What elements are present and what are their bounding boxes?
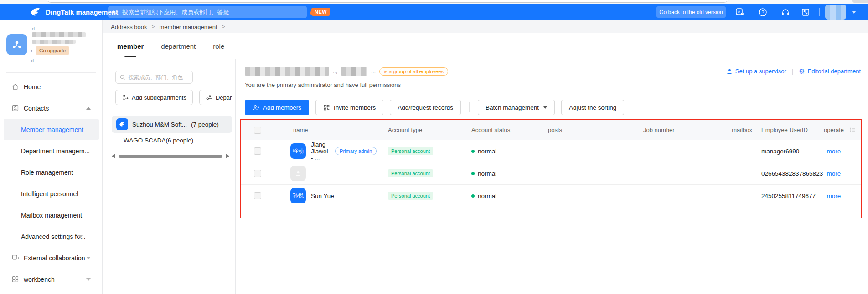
table-row[interactable]: 孙悦 Sun Yue Personal account normal 24502… — [241, 185, 861, 207]
row-checkbox[interactable] — [254, 170, 261, 177]
more-link[interactable]: more — [827, 193, 841, 199]
sidebar-item-role-management[interactable]: Role management — [0, 162, 103, 183]
org-add-icon — [122, 94, 129, 101]
editorial-department-link[interactable]: ⚙ Editorial department — [799, 68, 861, 75]
account-caret-down-icon[interactable] — [852, 11, 856, 14]
col-header-employee-userid[interactable]: Employee UserID — [755, 127, 823, 133]
gear-icon: ⚙ — [799, 68, 805, 75]
sidebar-item-label: External collaboration — [24, 254, 85, 262]
content-panel: member department role — [103, 33, 868, 294]
add-request-records-button[interactable]: Add/request records — [390, 100, 461, 115]
member-table-highlight-box: name Account type Account status posts J… — [240, 119, 862, 218]
org-header-row: .., ... is a group of all employees — [245, 67, 448, 76]
sidebar-item-label: Role management — [21, 169, 73, 176]
fullscreen-icon[interactable] — [801, 7, 811, 17]
sidebar-item-department-management[interactable]: Department managem... — [0, 140, 103, 162]
sidebar-item-external-collaboration[interactable]: External collaboration — [0, 247, 103, 269]
batch-management-button[interactable]: Batch management — [478, 100, 555, 115]
breadcrumb-separator: > — [152, 24, 155, 30]
tree-horizontal-scrollbar[interactable] — [112, 153, 229, 159]
sidebar-item-mailbox-management[interactable]: Mailbox management — [0, 204, 103, 226]
col-header-job-number[interactable]: Job number — [630, 127, 709, 133]
links-divider: | — [792, 68, 793, 75]
scroll-left-icon[interactable] — [112, 154, 115, 158]
workbench-icon — [11, 275, 19, 284]
tab-bar: member department role — [103, 33, 224, 59]
adjust-sorting-label: Adjust the sorting — [569, 104, 616, 111]
sidebar-item-intelligent-personnel[interactable]: Intelligent personnel — [0, 183, 103, 204]
tree-search[interactable] — [115, 71, 193, 84]
sidebar-item-label: Intelligent personnel — [21, 190, 78, 198]
primary-admin-badge: Primary admin — [335, 147, 377, 155]
col-header-operate[interactable]: operate — [823, 127, 844, 133]
table-header-row: name Account type Account status posts J… — [241, 120, 861, 140]
col-header-account-type[interactable]: Account type — [377, 127, 459, 133]
member-name[interactable]: Sun Yue — [311, 193, 334, 199]
tab-role[interactable]: role — [213, 33, 224, 59]
redacted-fragment: d — [31, 58, 34, 63]
headset-icon[interactable] — [780, 7, 790, 17]
scrollbar-thumb[interactable] — [119, 155, 222, 158]
col-header-posts[interactable]: posts — [536, 127, 630, 133]
tab-member[interactable]: member — [117, 33, 144, 59]
search-icon — [120, 74, 125, 80]
contacts-icon — [11, 104, 19, 112]
breadcrumb-member-management[interactable]: member management — [160, 24, 217, 30]
invite-members-button[interactable]: Invite members — [315, 100, 383, 115]
tree-search-input[interactable] — [128, 74, 188, 81]
column-settings-icon[interactable] — [844, 127, 861, 133]
go-upgrade-badge[interactable]: Go upgrade — [36, 46, 69, 55]
table-row[interactable]: Personal account normal 0266543828378658… — [241, 162, 861, 185]
breadcrumb-address-book[interactable]: Address book — [111, 24, 147, 30]
col-header-name[interactable]: name — [274, 127, 377, 133]
add-subdepartments-button[interactable]: Add subdepartments — [115, 90, 193, 105]
adjust-sorting-button[interactable]: Adjust the sorting — [561, 100, 624, 115]
help-icon[interactable]: ? — [758, 7, 768, 17]
select-all-checkbox[interactable] — [254, 127, 261, 134]
account-type-badge: Personal account — [388, 192, 433, 200]
department-tree-panel: Add subdepartments Depar — [103, 59, 236, 294]
old-version-button[interactable]: Go back to the old version — [656, 6, 726, 18]
more-link[interactable]: more — [827, 170, 841, 177]
redacted-org-name — [32, 32, 86, 37]
sidebar-item-workbench[interactable]: workbench — [0, 269, 103, 290]
sidebar-menu: Home Contacts Member management Departme… — [0, 76, 103, 290]
account-type-badge: Personal account — [388, 147, 433, 155]
omnibox-remnant — [46, 0, 729, 3]
sidebar-item-member-management[interactable]: Member management — [4, 119, 99, 140]
row-checkbox[interactable] — [254, 147, 261, 155]
table-row[interactable]: 移动 Jiang Jiawei - ... Primary admin Pers… — [241, 140, 861, 162]
scroll-right-icon[interactable] — [226, 154, 229, 158]
col-header-account-status[interactable]: Account status — [459, 127, 536, 133]
editorial-department-label: Editorial department — [808, 68, 861, 75]
member-actions-toolbar: Add members Invite members Add/request r… — [245, 100, 624, 115]
tab-department[interactable]: department — [161, 33, 196, 59]
sidebar-item-label: Contacts — [24, 105, 49, 112]
user-avatar[interactable] — [825, 5, 846, 20]
sidebar-item-home[interactable]: Home — [0, 76, 103, 97]
department-filter-button[interactable]: Depar — [199, 90, 236, 105]
more-link[interactable]: more — [827, 148, 841, 155]
person-add-icon — [253, 104, 259, 111]
status-dot — [471, 172, 475, 175]
member-name[interactable]: Jiang Jiawei - ... — [311, 141, 330, 162]
set-supervisor-link[interactable]: Set up a supervisor — [726, 68, 786, 75]
sliders-icon — [206, 94, 212, 101]
svg-text:?: ? — [761, 10, 764, 15]
global-search-input[interactable] — [122, 9, 302, 15]
tree-node-wago[interactable]: WAGO SCADA(6 people) — [124, 137, 193, 144]
admin-permission-text: You are the primary administrator and ha… — [245, 81, 401, 88]
sidebar-item-label: Advanced settings fo... — [21, 233, 86, 240]
tree-node-root[interactable]: Suzhou M&M Soft... (7 people) — [112, 116, 232, 133]
sidebar-item-contacts[interactable]: Contacts — [0, 97, 103, 119]
add-members-button[interactable]: Add members — [245, 100, 309, 115]
row-checkbox[interactable] — [254, 192, 261, 199]
set-supervisor-label: Set up a supervisor — [735, 68, 786, 75]
new-badge: NEW — [311, 8, 330, 16]
translate-icon[interactable]: A — [735, 7, 745, 17]
sidebar: d ... r Go upgrade d Home — [0, 20, 103, 294]
col-header-mailbox[interactable]: mailbox — [709, 127, 755, 133]
sidebar-item-advanced-settings[interactable]: Advanced settings fo... — [0, 226, 103, 247]
global-search[interactable] — [108, 6, 307, 18]
org-avatar-icon[interactable] — [6, 34, 27, 55]
